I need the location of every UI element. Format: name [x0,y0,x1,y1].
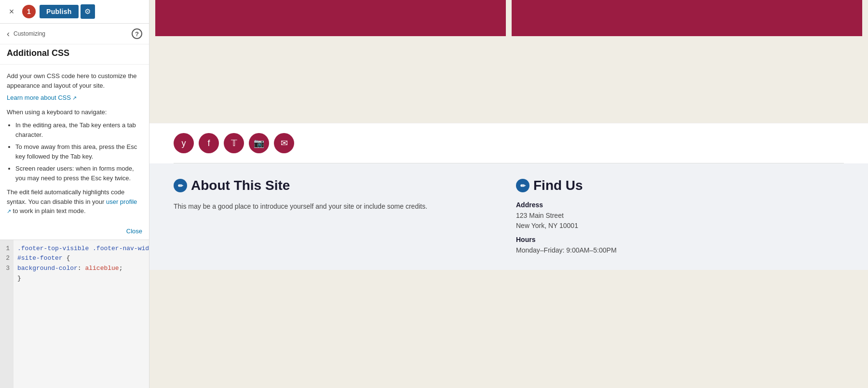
social-icons-row: y f 𝕋 📷 ✉ [149,123,868,163]
social-section: y f 𝕋 📷 ✉ [149,123,868,163]
findus-title-text: Find Us [533,178,583,193]
banner-left [155,0,506,36]
footer-columns: ✏ About This Site This may be a good pla… [149,163,868,270]
line-numbers: 1 2 3 [0,240,14,388]
keyboard-tips-list: In the editing area, the Tab key enters … [15,120,142,183]
address-line2: New York, NY 10001 [516,221,844,231]
address-line1: 123 Main Street [516,211,844,221]
email-icon[interactable]: ✉ [274,133,294,153]
section-title: Additional CSS [0,44,149,65]
settings-gear-button[interactable]: ⚙ [81,4,95,19]
line-number-3: 3 [4,264,10,274]
panel-subheader: ‹ Customizing ? [0,24,149,44]
twitter-icon[interactable]: 𝕋 [224,133,244,153]
yelp-icon[interactable]: y [174,133,194,153]
about-column: ✏ About This Site This may be a good pla… [174,178,502,255]
keyboard-heading: When using a keyboard to navigate: [7,107,142,117]
learn-css-link[interactable]: Learn more about CSS [7,94,77,101]
about-text: This may be a good place to introduce yo… [174,201,502,212]
facebook-icon[interactable]: f [199,133,219,153]
preview-banners [149,0,868,36]
close-link-container: Close [0,226,149,240]
notification-badge[interactable]: 1 [22,5,36,18]
instagram-icon[interactable]: 📷 [249,133,269,153]
banner-right [512,0,862,36]
findus-edit-icon[interactable]: ✏ [516,179,529,192]
keyboard-tip-3: Screen reader users: when in forms mode,… [15,164,142,183]
about-title-text: About This Site [191,178,290,193]
customizing-label: Customizing [14,30,45,37]
about-title: ✏ About This Site [174,178,502,193]
line-number-1: 1 [4,244,10,254]
close-panel-button[interactable]: × [5,5,18,18]
customizer-panel: × 1 Publish ⚙ ‹ Customizing ? Additional… [0,0,149,388]
css-editor[interactable]: 1 2 3 .footer-top-visible .footer-nav-wi… [0,240,149,388]
code-area[interactable]: .footer-top-visible .footer-nav-widgets-… [14,240,149,388]
about-edit-icon[interactable]: ✏ [174,179,187,192]
findus-column: ✏ Find Us Address 123 Main Street New Yo… [516,178,844,255]
site-preview: y f 𝕋 📷 ✉ ✏ About This Site This may be … [149,0,868,388]
syntax-note: The edit field automatically highlights … [7,187,142,216]
hours-label: Hours [516,236,844,243]
description-text: Add your own CSS code here to customize … [7,71,142,90]
panel-header: × 1 Publish ⚙ [0,0,149,24]
address-label: Address [516,201,844,209]
line-number-2: 2 [4,254,10,264]
close-link[interactable]: Close [126,227,142,235]
keyboard-tip-1: In the editing area, the Tab key enters … [15,120,142,139]
keyboard-tip-2: To move away from this area, press the E… [15,142,142,161]
findus-title: ✏ Find Us [516,178,844,193]
publish-button[interactable]: Publish [40,5,79,18]
hours-text: Monday–Friday: 9:00AM–5:00PM [516,245,844,255]
back-arrow-icon[interactable]: ‹ [7,29,10,39]
help-icon[interactable]: ? [132,28,142,39]
panel-description: Add your own CSS code here to customize … [0,65,149,226]
preview-spacer [149,36,868,123]
